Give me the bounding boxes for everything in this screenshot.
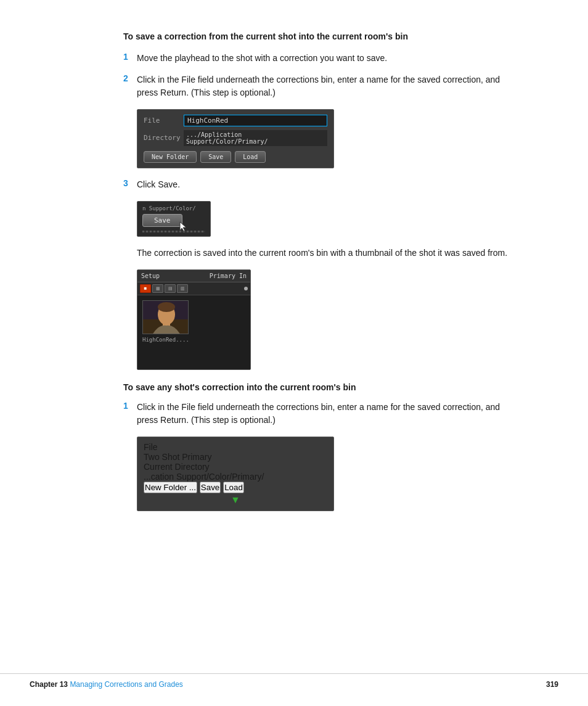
- step-number-2b-1: 1: [123, 401, 137, 411]
- bin-header: Setup Primary In: [137, 270, 250, 282]
- dot-indicator: [244, 287, 248, 290]
- svg-point-4: [158, 302, 175, 312]
- file-dialog-2: File Two Shot Primary Current Directory …: [137, 437, 334, 511]
- file-dialog-1: File HighConRed Directory .../Applicatio…: [137, 109, 334, 168]
- bin-toolbar: ■ ▦ ▤ ▥: [137, 282, 250, 295]
- toolbar-red-btn[interactable]: ■: [140, 284, 151, 293]
- step-2b-1: 1 Click in the File field underneath the…: [123, 401, 514, 427]
- page-content: To save a correction from the current sh…: [0, 0, 588, 570]
- buttons-row-2: New Folder ... Save Load: [144, 482, 327, 493]
- shot-thumbnail: [142, 300, 189, 334]
- screenshot-2: n Support/Color/ Save: [137, 201, 514, 237]
- file-input[interactable]: HighConRed: [184, 115, 327, 126]
- file-label-2: File: [144, 442, 158, 452]
- step-number-1: 1: [123, 52, 137, 62]
- bin-title-right: Primary In: [210, 273, 247, 279]
- toolbar-btn-2[interactable]: ▦: [152, 284, 163, 293]
- step-3: 3 Click Save.: [123, 178, 514, 191]
- dir-partial-text: n Support/Color/: [142, 205, 205, 211]
- step-number-3: 3: [123, 178, 137, 188]
- step-1: 1 Move the playhead to the shot with a c…: [123, 52, 514, 65]
- dir-label: Directory: [144, 134, 184, 142]
- screenshot-1: File HighConRed Directory .../Applicatio…: [137, 109, 514, 168]
- step-3-text: Click Save.: [137, 178, 514, 191]
- load-button-2[interactable]: Load: [223, 482, 244, 493]
- room-bin: Setup Primary In ■ ▦ ▤ ▥: [137, 269, 251, 370]
- toolbar-btn-4[interactable]: ▥: [177, 284, 188, 293]
- green-arrow-icon: ▼: [231, 495, 240, 505]
- dir-label-2: Current Directory: [144, 462, 210, 472]
- result-text: The correction is saved into the current…: [137, 247, 514, 260]
- footer-chapter: Chapter 13 Managing Corrections and Grad…: [30, 680, 183, 689]
- step-1-text: Move the playhead to the shot with a cor…: [137, 52, 514, 65]
- thumbnail-label: HighConRed....: [142, 337, 189, 343]
- dir-row-2: Current Directory ...cation Support/Colo…: [144, 462, 327, 482]
- save-button-2[interactable]: Save: [200, 482, 221, 493]
- step-2b-1-text: Click in the File field underneath the c…: [137, 401, 514, 427]
- new-folder-button-2[interactable]: New Folder ...: [144, 482, 197, 493]
- chapter-label: Chapter 13: [30, 680, 68, 689]
- file-label: File: [144, 117, 184, 125]
- step-2: 2 Click in the File field underneath the…: [123, 73, 514, 99]
- section-heading-2: To save any shot's correction into the c…: [123, 382, 514, 392]
- save-btn-display[interactable]: Save: [142, 214, 182, 227]
- save-dialog: n Support/Color/ Save: [137, 201, 211, 237]
- screenshot-3: Setup Primary In ■ ▦ ▤ ▥: [137, 269, 514, 370]
- cursor-icon: [179, 221, 187, 232]
- dir-value-2: ...cation Support/Color/Primary/: [144, 472, 327, 482]
- load-button-1[interactable]: Load: [235, 151, 266, 163]
- step-2-text: Click in the File field underneath the c…: [137, 73, 514, 99]
- section-heading-1: To save a correction from the current sh…: [123, 31, 514, 43]
- save-button-1[interactable]: Save: [200, 151, 231, 163]
- page-footer: Chapter 13 Managing Corrections and Grad…: [0, 673, 588, 689]
- chapter-link: Managing Corrections and Grades: [70, 680, 182, 689]
- page-number: 319: [546, 680, 558, 689]
- bin-content: HighConRed....: [137, 295, 250, 369]
- toolbar-btn-3[interactable]: ▤: [165, 284, 176, 293]
- new-folder-button[interactable]: New Folder: [144, 151, 197, 163]
- red-btn-icon: ■: [144, 285, 147, 291]
- file-input-2[interactable]: Two Shot Primary: [144, 452, 327, 462]
- file-row: File HighConRed: [144, 115, 327, 126]
- thumbnail-svg: [143, 301, 189, 334]
- file-row-2: File Two Shot Primary: [144, 442, 327, 462]
- svg-marker-0: [180, 222, 186, 231]
- screenshot-4: File Two Shot Primary Current Directory …: [137, 437, 514, 511]
- bin-title-left: Setup: [141, 273, 160, 279]
- dir-row: Directory .../Application Support/Color/…: [144, 130, 327, 146]
- dir-value: .../Application Support/Color/Primary/: [184, 130, 327, 146]
- step-number-2: 2: [123, 73, 137, 83]
- buttons-row: New Folder Save Load: [144, 151, 327, 163]
- heading2-text: To save any shot's correction into the c…: [123, 382, 356, 392]
- heading1-text: To save a correction from the current sh…: [123, 31, 408, 41]
